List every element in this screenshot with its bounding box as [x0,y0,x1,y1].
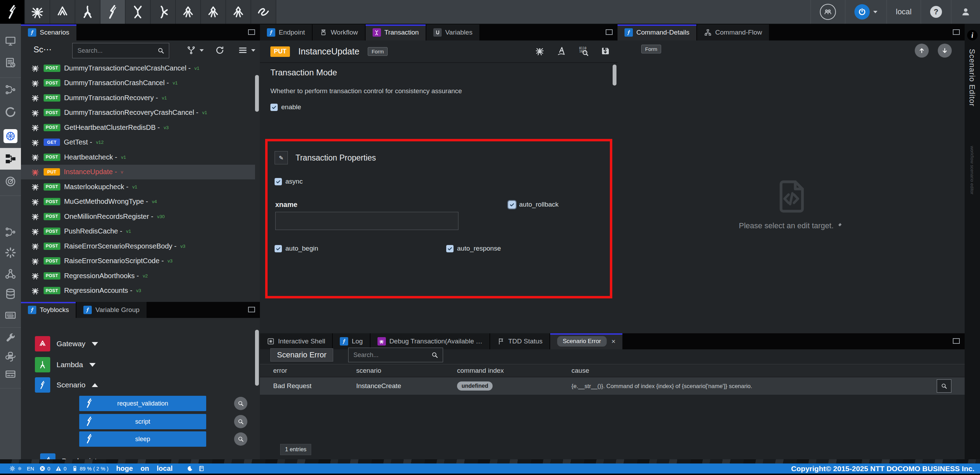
nodes-icon[interactable] [0,264,21,284]
search-magnifier-button[interactable] [234,397,247,410]
app-quill-icon[interactable] [251,0,276,24]
scenario-item[interactable]: PUTInstanceUpdate - v [21,165,255,180]
async-checkbox[interactable]: async [275,178,303,185]
column-header[interactable]: scenario [356,367,457,375]
scrollbar[interactable] [612,65,616,86]
scenario-item[interactable]: POSTRegressionActivities - v1 [21,298,255,302]
fork-filter-button[interactable] [186,45,204,55]
app-spider-diamond3-icon[interactable] [226,0,251,24]
app-spider-diamond2-icon[interactable] [201,0,226,24]
form-mode-badge[interactable]: Form [641,45,661,53]
auto-rollback-checkbox[interactable]: auto_rollback [508,201,558,208]
tab-command-details[interactable]: Command-Details [617,24,697,40]
card-icon[interactable] [0,364,21,384]
tab-log[interactable]: Log [333,333,371,349]
auto-begin-checkbox[interactable]: auto_begin [275,245,318,252]
scenario-item[interactable]: POSTDummyTransactionRecovery - v1 [21,90,255,105]
app-spider-diamond-icon[interactable] [176,0,201,24]
search-input[interactable] [77,47,157,55]
settings-gears-icon[interactable] [9,465,22,472]
tab-variables[interactable]: Variables [426,24,480,40]
tab-transaction[interactable]: Transaction [366,24,427,40]
tab-scenario-error[interactable]: Scenario Error× [550,333,623,349]
app-spider-icon[interactable] [25,0,50,24]
auto-response-checkbox[interactable]: auto_response [446,245,501,252]
database-icon[interactable] [0,284,21,304]
flow-merge-icon[interactable] [0,222,21,242]
keyboard-icon[interactable] [0,305,21,325]
language-indicator[interactable]: EN [27,465,34,472]
column-header[interactable]: error [273,367,356,375]
scenario-item[interactable]: POSTPushRedisCache - v1 [21,224,255,239]
app-spider-down-icon[interactable] [75,0,100,24]
toyblock-button-sleep[interactable]: sleep [79,431,206,447]
search-magnifier-button[interactable] [234,432,247,446]
column-header[interactable]: command index [457,367,571,375]
app-crown-icon[interactable] [50,0,75,24]
maximize-icon[interactable] [953,338,960,344]
app-logo-icon[interactable] [0,0,25,24]
scenario-item[interactable]: POSTGetHeartbeatClusterRedisDB - v3 [21,120,255,135]
column-header[interactable]: cause [571,367,937,375]
menu-button[interactable] [238,45,255,55]
scenario-item[interactable]: POSTDummyTransactionCrashCancel - v1 [21,76,255,91]
power-button[interactable] [845,0,886,24]
save-icon[interactable] [600,46,611,56]
xname-field[interactable] [275,212,458,230]
search-magnifier-button[interactable] [234,415,247,428]
wrench-icon[interactable] [0,328,21,347]
error-counter[interactable]: 0 [39,465,50,472]
scenario-item[interactable]: POSTDummyTransactionCancelCrashCancel - … [21,61,255,76]
task-log-icon[interactable] [0,53,21,73]
arrow-down-button[interactable] [938,44,952,57]
scenario-item[interactable]: POSTRegressionAborthooks - v2 [21,268,255,284]
scenario-item[interactable]: POSTMasterlookupcheck - v1 [21,179,255,194]
search-input[interactable] [353,351,431,359]
tab-debug-transaction-available[interactable]: Debug Transaction(Available … [371,333,490,349]
edit-pencil-button[interactable]: ✎ [275,151,288,164]
user-button[interactable] [951,0,980,24]
scrollbar[interactable] [255,75,259,112]
toyblock-button-script[interactable]: script [79,414,206,429]
debug-icon[interactable] [535,46,545,56]
flowchart-icon[interactable] [0,148,21,170]
memory-indicator[interactable]: 89 % ( 2 % ) [72,465,109,472]
format-pen-icon[interactable] [556,46,566,56]
tab-workflow[interactable]: Workflow [313,24,366,40]
collab-button[interactable] [811,0,845,24]
binary-search-icon[interactable]: 01101011 [578,45,589,57]
maximize-icon[interactable] [248,307,255,312]
maximize-icon[interactable] [248,29,255,35]
notebook-icon[interactable] [198,465,205,472]
tab-variable-group[interactable]: Variable Group [76,302,147,318]
arrow-up-button[interactable] [915,44,929,57]
python-icon[interactable] [0,347,21,367]
radar-icon[interactable] [0,172,21,191]
enable-checkbox[interactable]: enable [270,103,301,111]
spinner-icon[interactable] [0,243,21,263]
app-swoosh-icon[interactable] [100,0,126,24]
scenario-item[interactable]: POSTMuGetMethodWrongType - v4 [21,194,255,209]
toyblock-group-scenario[interactable]: Scenario [35,377,98,393]
warning-counter[interactable]: 0 [55,465,66,472]
tab-scenarios[interactable]: Scenarios [21,24,77,40]
toyblock-group-lambda[interactable]: Lambda [35,357,95,372]
scenario-item[interactable]: POSTHeartbeatcheck - v1 [21,150,255,165]
kubernetes-icon[interactable] [0,126,21,146]
tab-toyblocks[interactable]: Toyblocks [21,302,76,318]
scenario-item[interactable]: POSTOneMillionRecordsRegister - v30 [21,209,255,224]
tab-command-flow[interactable]: Command-Flow [697,24,770,40]
tab-endpoint[interactable]: Endpoint [260,24,313,40]
app-flow-arrow-icon[interactable] [151,0,176,24]
scenario-item[interactable]: GETGetTest - v12 [21,135,255,150]
tab-tdd-status[interactable]: TDD Status [490,333,550,349]
app-spider-x-icon[interactable] [126,0,151,24]
close-icon[interactable]: × [612,338,616,346]
maximize-icon[interactable] [606,29,612,35]
maximize-icon[interactable] [953,29,960,35]
tab-interactive-shell[interactable]: Interactive Shell [260,333,333,349]
scenario-item[interactable]: POSTDummyTransactionRecoveryCrashCancel … [21,105,255,120]
scenario-item[interactable]: POSTRaiseErrorScenarioScriptCode - v3 [21,254,255,269]
monitor-icon[interactable] [0,32,21,51]
scenario-item[interactable]: POSTRegressionAccounts - v3 [21,284,255,298]
